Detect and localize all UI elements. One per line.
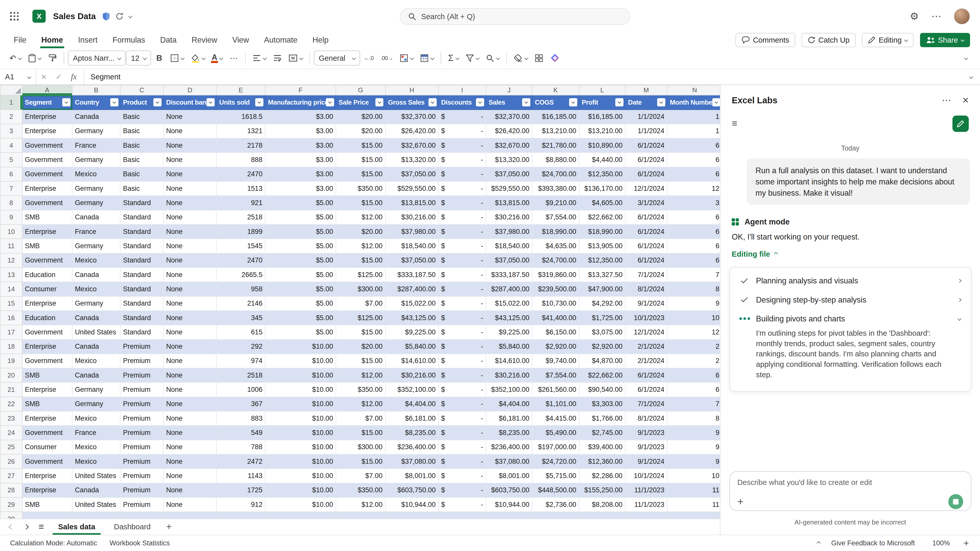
row-header-23[interactable]: 23 — [0, 411, 22, 426]
merge-cells-button[interactable] — [285, 50, 306, 66]
cell-M3[interactable]: 1/1/2024 — [625, 124, 667, 138]
cell-D7[interactable]: None — [163, 181, 216, 196]
cell-F23[interactable]: $10.00 — [265, 411, 336, 426]
cell-I2[interactable]: $- — [438, 110, 486, 124]
cell-G15[interactable]: $7.00 — [336, 297, 385, 311]
cell-L22[interactable]: $3,303.00 — [579, 397, 625, 411]
cell-K23[interactable]: $4,415.00 — [532, 411, 579, 426]
cell-M14[interactable]: 8/1/2024 — [625, 282, 667, 296]
cell-H26[interactable]: $37,080.00 — [385, 454, 438, 468]
cell-M5[interactable]: 6/1/2024 — [625, 152, 667, 167]
cell-G20[interactable]: $12.00 — [336, 368, 385, 383]
cell-D2[interactable]: None — [163, 110, 216, 124]
cell-A23[interactable]: Enterprise — [22, 411, 72, 426]
cell-M4[interactable]: 6/1/2024 — [625, 138, 667, 152]
cell-G25[interactable]: $300.00 — [336, 440, 385, 454]
comments-button[interactable]: Comments — [735, 33, 795, 47]
status-expand-icon[interactable] — [817, 541, 821, 545]
menu-tab-help[interactable]: Help — [305, 32, 336, 48]
row-header-24[interactable]: 24 — [0, 426, 22, 440]
cell-B2[interactable]: Canada — [72, 110, 121, 124]
more-font-options-button[interactable]: ⋯ — [226, 50, 242, 66]
cell-K3[interactable]: $13,210.00 — [532, 124, 579, 138]
cell-H11[interactable]: $18,540.00 — [385, 239, 438, 253]
cell-A6[interactable]: Government — [22, 167, 72, 181]
cell-F20[interactable]: $10.00 — [265, 368, 336, 383]
cancel-icon[interactable]: × — [36, 72, 51, 82]
cell-L16[interactable]: $1,725.00 — [579, 311, 625, 325]
cell-G6[interactable]: $15.00 — [336, 167, 385, 181]
cell-A7[interactable]: Enterprise — [22, 181, 72, 196]
cell-G21[interactable]: $350.00 — [336, 383, 385, 397]
cell-K26[interactable]: $24,720.00 — [532, 454, 579, 468]
cell-G27[interactable]: $7.00 — [336, 468, 385, 483]
cell-L30[interactable] — [579, 512, 625, 518]
cell-L14[interactable]: $47,900.00 — [579, 282, 625, 296]
cell-C8[interactable]: Standard — [120, 196, 163, 210]
cell-J9[interactable]: $30,216.00 — [486, 210, 532, 224]
cell-I12[interactable]: $- — [438, 253, 486, 268]
cell-L24[interactable]: $2,745.00 — [579, 426, 625, 440]
cell-L28[interactable]: $155,250.00 — [579, 483, 625, 497]
cell-M8[interactable]: 3/1/2024 — [625, 196, 667, 210]
conditional-formatting-button[interactable] — [397, 50, 417, 66]
cell-M7[interactable]: 12/1/2024 — [625, 181, 667, 196]
cell-K22[interactable]: $1,101.00 — [532, 397, 579, 411]
menu-tab-view[interactable]: View — [225, 32, 257, 48]
cell-C10[interactable]: Standard — [120, 224, 163, 239]
cell-D9[interactable]: None — [163, 210, 216, 224]
cell-K4[interactable]: $21,780.00 — [532, 138, 579, 152]
row-header-16[interactable]: 16 — [0, 311, 22, 325]
cell-G1[interactable]: Sale Price — [336, 95, 385, 110]
cell-N28[interactable]: 11 — [667, 483, 720, 497]
cell-G10[interactable]: $20.00 — [336, 224, 385, 239]
cell-E27[interactable]: 1143 — [216, 468, 265, 483]
cell-M26[interactable]: 9/1/2024 — [625, 454, 667, 468]
cell-D3[interactable]: None — [163, 124, 216, 138]
panel-close-icon[interactable]: × — [963, 95, 969, 106]
cell-D29[interactable]: None — [163, 497, 216, 512]
cell-A22[interactable]: SMB — [22, 397, 72, 411]
cell-B12[interactable]: Mexico — [72, 253, 121, 268]
cell-D23[interactable]: None — [163, 411, 216, 426]
menu-tab-file[interactable]: File — [6, 32, 34, 48]
cell-N15[interactable]: 9 — [667, 297, 720, 311]
cell-G13[interactable]: $125.00 — [336, 268, 385, 282]
cell-E7[interactable]: 1513 — [216, 181, 265, 196]
cell-G11[interactable]: $12.00 — [336, 239, 385, 253]
cell-F11[interactable]: $5.00 — [265, 239, 336, 253]
cell-A11[interactable]: SMB — [22, 239, 72, 253]
cell-M18[interactable]: 2/1/2024 — [625, 340, 667, 354]
insert-function-icon[interactable]: fx — [66, 73, 81, 81]
cell-I9[interactable]: $- — [438, 210, 486, 224]
cell-E22[interactable]: 367 — [216, 397, 265, 411]
cell-N11[interactable]: 6 — [667, 239, 720, 253]
cell-B25[interactable]: Mexico — [72, 440, 121, 454]
cell-I27[interactable]: $- — [438, 468, 486, 483]
cell-F18[interactable]: $10.00 — [265, 340, 336, 354]
cell-A3[interactable]: Enterprise — [22, 124, 72, 138]
chat-input-box[interactable]: + — [729, 471, 971, 511]
bold-button[interactable]: B — [152, 50, 167, 66]
cell-F13[interactable]: $5.00 — [265, 268, 336, 282]
catch-up-button[interactable]: Catch Up — [802, 33, 856, 47]
cell-L21[interactable]: $90,540.00 — [579, 383, 625, 397]
font-color-button[interactable]: A — [208, 50, 226, 66]
row-header-13[interactable]: 13 — [0, 268, 22, 282]
cell-E21[interactable]: 1006 — [216, 383, 265, 397]
cell-E13[interactable]: 2665.5 — [216, 268, 265, 282]
cell-M22[interactable]: 7/1/2024 — [625, 397, 667, 411]
cell-M11[interactable]: 6/1/2024 — [625, 239, 667, 253]
cell-L15[interactable]: $4,292.00 — [579, 297, 625, 311]
cell-J24[interactable]: $8,235.00 — [486, 426, 532, 440]
cell-G28[interactable]: $350.00 — [336, 483, 385, 497]
cell-J6[interactable]: $37,050.00 — [486, 167, 532, 181]
cell-C7[interactable]: Basic — [120, 181, 163, 196]
cell-C6[interactable]: Basic — [120, 167, 163, 181]
cell-C24[interactable]: Premium — [120, 426, 163, 440]
cell-D26[interactable]: None — [163, 454, 216, 468]
title-chevron-icon[interactable] — [128, 14, 132, 18]
cell-D27[interactable]: None — [163, 468, 216, 483]
cell-D17[interactable]: None — [163, 325, 216, 339]
cell-I5[interactable]: $- — [438, 152, 486, 167]
